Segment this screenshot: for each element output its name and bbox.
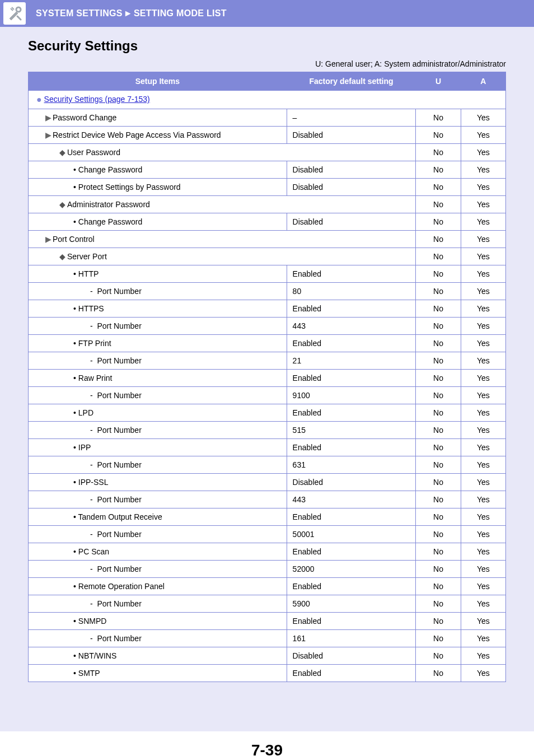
setup-item-cell: ▶Port Control bbox=[29, 231, 416, 248]
table-row: ▶Password Change–NoYes bbox=[29, 109, 506, 127]
table-row: - Port Number52000NoYes bbox=[29, 561, 506, 578]
factory-cell: 631 bbox=[287, 456, 416, 474]
page-number: 7-39 bbox=[0, 731, 534, 756]
setup-item-cell: ◆Server Port bbox=[29, 248, 416, 265]
setup-item-cell: • HTTPS bbox=[29, 300, 287, 318]
factory-cell: – bbox=[287, 109, 416, 127]
factory-cell: Disabled bbox=[287, 647, 416, 665]
a-cell: Yes bbox=[461, 630, 505, 647]
a-cell: Yes bbox=[461, 231, 505, 248]
factory-cell: Enabled bbox=[287, 404, 416, 422]
a-cell: Yes bbox=[461, 387, 505, 404]
setup-item-cell: • FTP Print bbox=[29, 335, 287, 352]
u-cell: No bbox=[416, 439, 461, 456]
factory-cell: 9100 bbox=[287, 387, 416, 404]
settings-table: Setup Items Factory default setting U A … bbox=[28, 72, 506, 682]
factory-cell: Enabled bbox=[287, 613, 416, 630]
setup-item-cell: • LPD bbox=[29, 404, 287, 422]
u-cell: No bbox=[416, 526, 461, 543]
table-row: • Change PasswordDisabledNoYes bbox=[29, 161, 506, 179]
u-cell: No bbox=[416, 196, 461, 213]
a-cell: Yes bbox=[461, 474, 505, 491]
u-cell: No bbox=[416, 370, 461, 387]
u-cell: No bbox=[416, 248, 461, 265]
table-row: - Port Number5900NoYes bbox=[29, 595, 506, 613]
a-cell: Yes bbox=[461, 265, 505, 283]
u-cell: No bbox=[416, 543, 461, 561]
u-cell: No bbox=[416, 352, 461, 370]
factory-cell: 52000 bbox=[287, 561, 416, 578]
a-cell: Yes bbox=[461, 491, 505, 508]
security-settings-link[interactable]: Security Settings (page 7-153) bbox=[44, 95, 150, 104]
table-row: ◆Server PortNoYes bbox=[29, 248, 506, 265]
a-cell: Yes bbox=[461, 422, 505, 439]
table-row: • Change PasswordDisabledNoYes bbox=[29, 213, 506, 231]
u-cell: No bbox=[416, 508, 461, 526]
a-cell: Yes bbox=[461, 526, 505, 543]
breadcrumb: SYSTEM SETTINGS►SETTING MODE LIST bbox=[36, 8, 227, 18]
triangle-icon: ▶ bbox=[45, 113, 51, 122]
table-row: - Port Number21NoYes bbox=[29, 352, 506, 370]
setup-item-cell: ◆Administrator Password bbox=[29, 196, 416, 213]
breadcrumb-arrow-icon: ► bbox=[124, 8, 133, 18]
factory-cell: 50001 bbox=[287, 526, 416, 543]
bullet-icon: ● bbox=[36, 95, 42, 104]
setup-item-cell: • IPP-SSL bbox=[29, 474, 287, 491]
a-cell: Yes bbox=[461, 352, 505, 370]
table-row: - Port Number9100NoYes bbox=[29, 387, 506, 404]
a-cell: Yes bbox=[461, 318, 505, 335]
u-cell: No bbox=[416, 387, 461, 404]
setup-item-cell: - Port Number bbox=[29, 283, 287, 300]
table-row: • SNMPDEnabledNoYes bbox=[29, 613, 506, 630]
col-header-factory: Factory default setting bbox=[287, 72, 416, 91]
table-row: • PC ScanEnabledNoYes bbox=[29, 543, 506, 561]
table-row: • FTP PrintEnabledNoYes bbox=[29, 335, 506, 352]
setup-item-cell: - Port Number bbox=[29, 526, 287, 543]
a-cell: Yes bbox=[461, 456, 505, 474]
a-cell: Yes bbox=[461, 161, 505, 179]
col-header-u: U bbox=[416, 72, 461, 91]
factory-cell: 5900 bbox=[287, 595, 416, 613]
svg-point-0 bbox=[16, 7, 21, 12]
a-cell: Yes bbox=[461, 370, 505, 387]
factory-cell: Enabled bbox=[287, 543, 416, 561]
u-cell: No bbox=[416, 422, 461, 439]
factory-cell: Enabled bbox=[287, 665, 416, 682]
factory-cell: 80 bbox=[287, 283, 416, 300]
table-row: ▶Restrict Device Web Page Access Via Pas… bbox=[29, 127, 506, 144]
u-cell: No bbox=[416, 578, 461, 595]
factory-cell: Enabled bbox=[287, 370, 416, 387]
setup-item-cell: - Port Number bbox=[29, 352, 287, 370]
diamond-icon: ◆ bbox=[59, 200, 65, 209]
factory-cell: 443 bbox=[287, 491, 416, 508]
a-cell: Yes bbox=[461, 213, 505, 231]
u-cell: No bbox=[416, 144, 461, 161]
setup-item-cell: - Port Number bbox=[29, 456, 287, 474]
setup-item-cell: • Remote Operation Panel bbox=[29, 578, 287, 595]
factory-cell: Enabled bbox=[287, 439, 416, 456]
setup-item-cell: • PC Scan bbox=[29, 543, 287, 561]
col-header-items: Setup Items bbox=[29, 72, 287, 91]
table-row: • LPDEnabledNoYes bbox=[29, 404, 506, 422]
a-cell: Yes bbox=[461, 561, 505, 578]
a-cell: Yes bbox=[461, 578, 505, 595]
setup-item-cell: • Change Password bbox=[29, 213, 287, 231]
u-cell: No bbox=[416, 561, 461, 578]
u-cell: No bbox=[416, 491, 461, 508]
u-cell: No bbox=[416, 283, 461, 300]
table-row: ◆User PasswordNoYes bbox=[29, 144, 506, 161]
setup-item-cell: ▶Restrict Device Web Page Access Via Pas… bbox=[29, 127, 287, 144]
u-cell: No bbox=[416, 109, 461, 127]
a-cell: Yes bbox=[461, 665, 505, 682]
factory-cell: 515 bbox=[287, 422, 416, 439]
factory-cell: Enabled bbox=[287, 508, 416, 526]
table-row: • SMTPEnabledNoYes bbox=[29, 665, 506, 682]
factory-cell: Enabled bbox=[287, 578, 416, 595]
a-cell: Yes bbox=[461, 248, 505, 265]
setup-item-cell: - Port Number bbox=[29, 491, 287, 508]
setup-item-cell: - Port Number bbox=[29, 422, 287, 439]
u-cell: No bbox=[416, 613, 461, 630]
factory-cell: Disabled bbox=[287, 179, 416, 196]
setup-item-cell: ◆User Password bbox=[29, 144, 416, 161]
setup-item-cell: • NBT/WINS bbox=[29, 647, 287, 665]
